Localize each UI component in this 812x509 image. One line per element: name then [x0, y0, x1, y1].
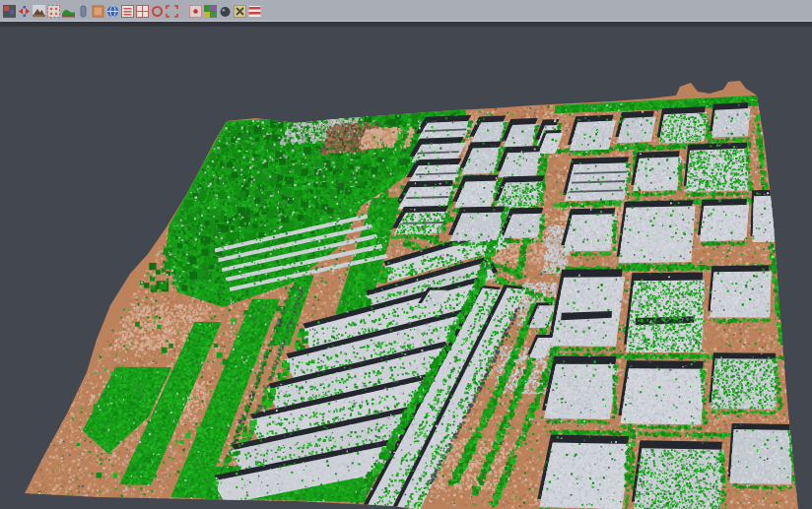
transform-arrows-button[interactable] [17, 4, 31, 19]
toolbar [0, 0, 812, 22]
terrain-model-button[interactable] [61, 4, 75, 19]
class-palette-icon [204, 5, 217, 18]
globe-view-button[interactable] [105, 4, 119, 19]
globe-icon [106, 5, 119, 18]
render-sphere-button[interactable] [218, 4, 232, 19]
zoom-extents-button[interactable] [165, 4, 178, 19]
3d-viewport[interactable] [0, 0, 812, 509]
flag-marker-button[interactable] [233, 4, 246, 19]
application-window [0, 0, 812, 509]
lines-icon [121, 5, 134, 18]
hill-icon [62, 5, 75, 18]
profile-view-button[interactable] [76, 4, 90, 19]
red-grid-icon [136, 5, 149, 18]
dot-square-icon [189, 5, 202, 18]
circle-select-button[interactable] [150, 4, 164, 19]
toolbar-shadow [0, 22, 812, 27]
open-data-button[interactable] [2, 4, 16, 19]
dots-grid-icon [47, 5, 60, 18]
orange-square-icon [92, 5, 104, 18]
sphere-icon [219, 5, 232, 18]
dem-surface-button[interactable] [32, 4, 45, 19]
red-grid-button[interactable] [135, 4, 149, 19]
brackets-icon [166, 5, 178, 18]
stripes-icon [248, 5, 261, 18]
orthophoto-button[interactable] [91, 4, 104, 19]
section-stripes-button[interactable] [247, 4, 261, 19]
arrows-icon [18, 5, 31, 18]
column-icon [77, 5, 90, 18]
mountain-icon [33, 5, 45, 18]
dark-grid-icon [3, 5, 16, 18]
attribute-list-button[interactable] [120, 4, 134, 19]
point-selection-button[interactable] [46, 4, 60, 19]
clip-box-button[interactable] [188, 4, 202, 19]
flag-icon [234, 5, 246, 18]
classification-palette-button[interactable] [203, 4, 217, 19]
toolbar-separator [179, 4, 188, 19]
ring-icon [151, 5, 164, 18]
